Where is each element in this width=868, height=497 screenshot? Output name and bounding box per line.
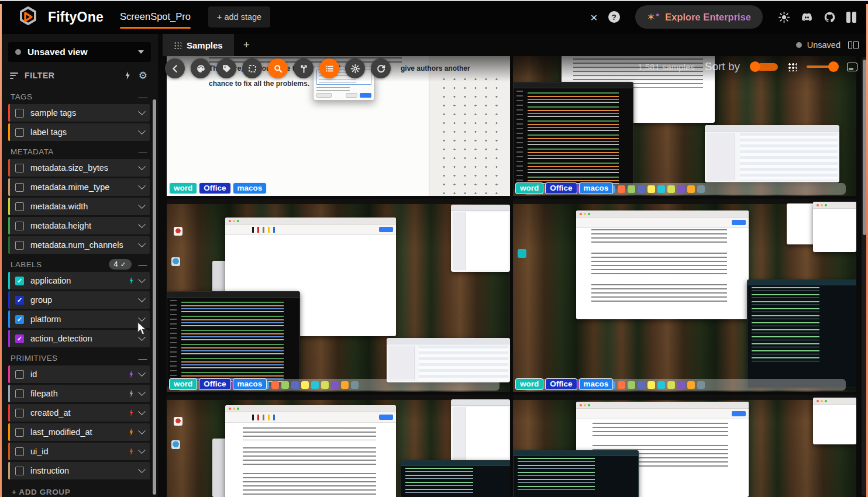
checkbox[interactable] [15,370,24,379]
label-tag-word[interactable]: word [169,378,197,390]
sidebar-field-metadata-num-channels[interactable]: metadata.num_channels [8,236,150,254]
settings-button[interactable] [345,58,365,78]
list-view-button[interactable] [319,58,339,78]
sidebar-field-ui-id[interactable]: ui_id [8,443,150,460]
sidebar-field-instruction[interactable]: instruction [8,462,150,479]
refresh-button[interactable] [371,58,391,78]
sidebar-field-metadata-size-bytes[interactable]: metadata.size_bytes [8,159,150,177]
sidebar-field-last-modified-at[interactable]: last_modified_at [8,423,150,441]
label-tag-word[interactable]: word [515,182,543,194]
label-tag-Office[interactable]: Office [199,182,230,194]
checkbox[interactable]: ✓ [15,315,24,324]
chevron-down-icon[interactable] [138,465,146,473]
sidebar-field-action-detection[interactable]: ✓action_detection [8,330,150,347]
chevron-down-icon[interactable] [138,314,146,322]
grid-zoom-slider[interactable] [807,65,837,68]
label-tag-macos[interactable]: macos [233,378,267,390]
label-tag-Office[interactable]: Office [545,378,577,390]
close-icon[interactable]: × [590,11,597,23]
chevron-down-icon[interactable] [138,275,146,283]
label-tag-macos[interactable]: macos [579,378,614,390]
theme-toggle-sun-icon[interactable] [778,11,790,23]
chevron-down-icon[interactable] [138,240,146,247]
checkbox[interactable] [15,222,24,230]
grid-scrollbar-thumb[interactable] [863,60,866,235]
color-palette-button[interactable] [191,58,211,78]
chevron-down-icon[interactable] [138,127,146,134]
sidebar-scrollbar[interactable] [153,99,156,495]
checkbox[interactable] [15,467,24,475]
grid-settings-icon[interactable] [847,63,857,71]
collapse-icon[interactable]: — [139,147,147,157]
chevron-down-icon[interactable] [138,408,146,415]
collapse-icon[interactable]: — [139,260,147,270]
chevron-down-icon[interactable] [138,369,146,377]
new-tab-button[interactable]: + [234,34,259,56]
chevron-down-icon[interactable] [138,295,146,302]
sort-by-dropdown[interactable]: Sort by [705,60,740,73]
label-tag-word[interactable]: word [169,182,197,194]
section-header-primitives[interactable]: PRIMITIVES— [8,349,150,365]
grid-layout-icon[interactable] [788,63,797,71]
checkbox[interactable] [15,389,24,398]
checkbox[interactable]: ✓ [15,277,24,285]
label-tag-word[interactable]: word [515,378,543,390]
chevron-down-icon[interactable] [138,201,146,209]
lightning-icon[interactable] [125,71,131,80]
section-header-tags[interactable]: TAGS— [8,88,150,104]
sidebar-field-sample-tags[interactable]: sample tags [8,104,150,122]
checkbox[interactable]: ✓ [15,296,24,305]
explore-enterprise-button[interactable]: ✶✶ Explore Enterprise [635,5,763,29]
back-button[interactable] [165,58,185,78]
view-selector[interactable]: Unsaved view [8,42,151,62]
sample-tile[interactable] [513,395,856,497]
checkbox[interactable] [15,428,24,437]
label-tag-macos[interactable]: macos [579,182,614,194]
github-icon[interactable] [824,11,836,23]
sidebar-field-application[interactable]: ✓application [8,272,150,289]
similarity-button[interactable] [294,58,314,78]
tab-samples[interactable]: Samples [163,34,234,56]
sidebar-field-id[interactable]: id [8,365,150,383]
docs-icon[interactable] [846,12,856,23]
chevron-down-icon[interactable] [138,446,146,454]
collapse-icon[interactable]: — [139,353,147,363]
sidebar-field-label-tags[interactable]: label tags [8,123,150,141]
checkbox[interactable]: ✓ [15,334,24,343]
checkbox[interactable] [15,241,24,250]
checkbox[interactable] [15,447,24,456]
add-group-button[interactable]: + ADD GROUP [12,488,158,496]
label-tag-Office[interactable]: Office [199,378,230,390]
sidebar-field-metadata-mime-type[interactable]: metadata.mime_type [8,178,150,196]
checkbox[interactable] [15,109,24,118]
sample-tile[interactable] [167,395,510,497]
chevron-down-icon[interactable] [138,388,146,396]
grid-size-value[interactable] [750,61,778,72]
chevron-down-icon[interactable] [138,220,146,228]
tag-button[interactable] [216,58,236,78]
chevron-down-icon[interactable] [138,108,146,115]
add-stage-button[interactable]: + add stage [208,6,270,27]
sample-tile[interactable]: wordOfficemacos [513,56,856,196]
sample-tile[interactable]: wordOfficemacos [167,199,510,392]
patches-button[interactable] [242,58,262,78]
checkbox[interactable] [15,128,24,137]
sidebar-field-filepath[interactable]: filepath [8,385,150,402]
checkbox[interactable] [15,409,24,417]
sidebar-field-metadata-width[interactable]: metadata.width [8,198,150,215]
label-tag-macos[interactable]: macos [233,182,267,194]
checkbox[interactable] [15,202,24,211]
chevron-down-icon[interactable] [138,182,146,189]
sidebar-field-platform[interactable]: ✓platform [8,310,150,328]
sidebar-field-created-at[interactable]: created_at [8,404,150,422]
checkbox[interactable] [15,164,24,172]
checkbox[interactable] [15,183,24,192]
sidebar-field-group[interactable]: ✓group [8,291,150,309]
label-tag-Office[interactable]: Office [545,182,577,194]
section-header-labels[interactable]: LABELS4✓— [8,256,150,272]
chevron-down-icon[interactable] [138,427,146,434]
collapse-icon[interactable]: — [139,92,147,102]
dataset-name[interactable]: ScreenSpot_Pro [120,11,191,23]
discord-icon[interactable] [801,11,813,23]
search-button[interactable] [268,58,288,78]
